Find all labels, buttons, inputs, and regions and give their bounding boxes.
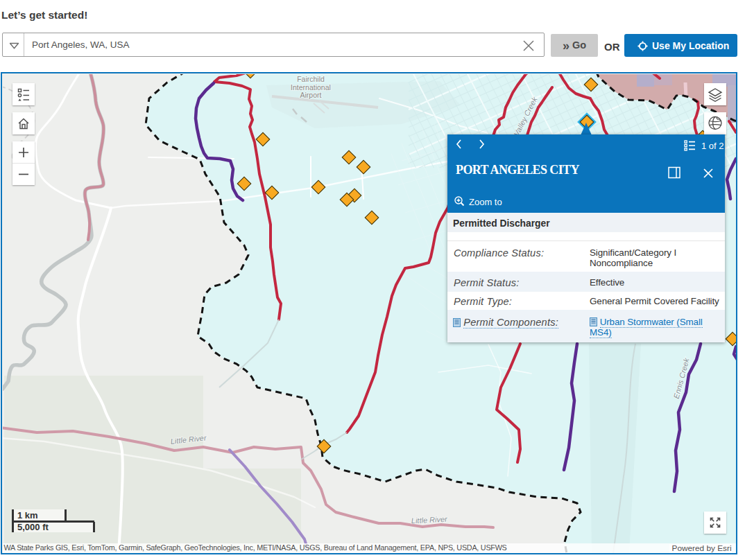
svg-text:Fairchild: Fairchild: [297, 75, 325, 83]
svg-text:Airport: Airport: [300, 91, 321, 99]
